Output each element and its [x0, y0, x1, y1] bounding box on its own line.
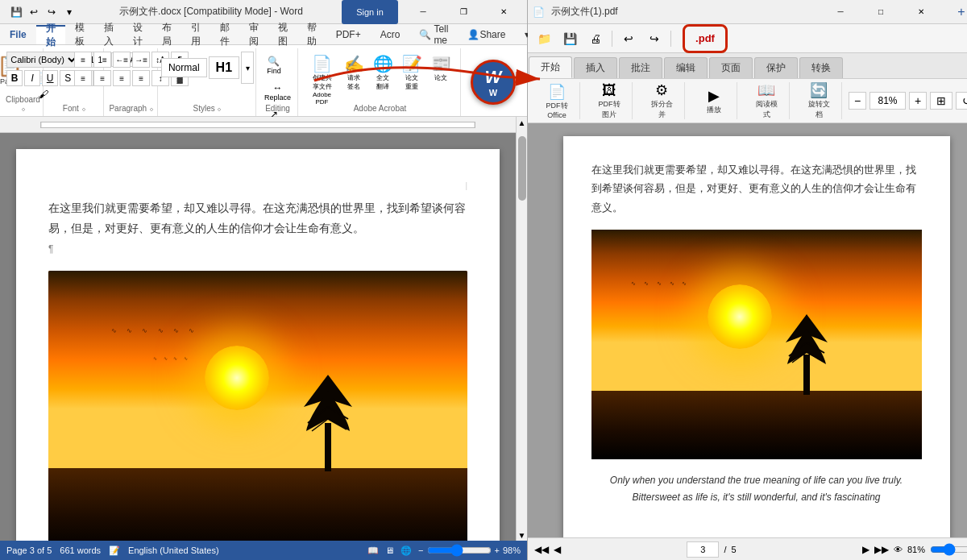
- pdf-read-mode-button[interactable]: 📖 阅读模式: [750, 79, 782, 122]
- underline-button[interactable]: U: [42, 70, 58, 86]
- tab-file[interactable]: File: [0, 24, 36, 44]
- view-mode-read[interactable]: 📖: [367, 545, 379, 556]
- pdf-close-button[interactable]: ✕: [903, 0, 940, 24]
- pdf-minimize-button[interactable]: ─: [822, 0, 859, 24]
- scroll-up-button[interactable]: ▲: [517, 117, 528, 128]
- replace-button[interactable]: ↔ Replace: [261, 80, 294, 104]
- numbering-button[interactable]: 1≡: [93, 52, 111, 68]
- word-minimize-button[interactable]: ─: [405, 0, 442, 24]
- tab-acrobat[interactable]: Acro: [371, 24, 410, 44]
- word-close-button[interactable]: ✕: [485, 0, 522, 24]
- pdf-zoom-fit-button[interactable]: ⊞: [930, 92, 952, 110]
- word-restore-button[interactable]: ❐: [445, 0, 482, 24]
- pdf-to-office-button[interactable]: 📄 PDF转Office: [541, 81, 573, 122]
- tab-help[interactable]: 帮助: [297, 24, 326, 44]
- word-sign-in-button[interactable]: Sign in: [342, 0, 398, 24]
- bold-button[interactable]: B: [6, 70, 23, 86]
- zoom-range-input[interactable]: [427, 544, 492, 557]
- word-circle-button[interactable]: W W: [471, 60, 516, 105]
- tab-layout[interactable]: 布局: [152, 24, 181, 44]
- quick-access-toolbar[interactable]: 💾 ↩ ↪ ▾: [5, 4, 81, 20]
- pdf-page-number-input[interactable]: [687, 541, 719, 558]
- pdf-redo-button[interactable]: ↪: [643, 27, 666, 50]
- zoom-in-icon[interactable]: +: [495, 545, 500, 555]
- pdf-search-button[interactable]: 🔍: [962, 56, 967, 78]
- tab-home[interactable]: 开始: [36, 25, 65, 44]
- scrollbar-track[interactable]: [517, 128, 527, 529]
- tab-references[interactable]: 引用: [181, 24, 210, 44]
- pdf-new-tab-button[interactable]: +: [943, 0, 967, 24]
- align-right-button[interactable]: ≡: [113, 70, 131, 86]
- pdf-tab-edit[interactable]: 编辑: [664, 57, 708, 78]
- indent-decrease-button[interactable]: ←≡: [113, 52, 131, 68]
- word-scroll-area[interactable]: | 在这里我们就更需要希望，却又难以寻得。在这充满恐惧的世界里，找到希望谈何容易…: [0, 133, 516, 541]
- pdf-zoom-slider[interactable]: [930, 543, 967, 556]
- indent-increase-button[interactable]: →≡: [132, 52, 150, 68]
- svg-rect-5: [803, 355, 810, 395]
- request-sign-button[interactable]: ✍ 请求签名: [341, 52, 367, 93]
- pdf-rotate-button[interactable]: 🔄 旋转文档: [803, 79, 835, 122]
- view-mode-web[interactable]: 🌐: [400, 545, 412, 556]
- styles-gallery[interactable]: Normal H1 ▾: [161, 52, 254, 84]
- pdf-prev-page-button[interactable]: ◀: [554, 544, 561, 555]
- tab-design[interactable]: 设计: [123, 24, 152, 44]
- pdf-open-button[interactable]: 📁: [533, 27, 555, 50]
- font-family-select[interactable]: Calibri (Body): [6, 52, 79, 68]
- pdf-next-page-button[interactable]: ▶: [862, 544, 869, 555]
- pdf-tab-convert[interactable]: 转换: [799, 57, 843, 78]
- tab-review[interactable]: 审阅: [239, 24, 268, 44]
- pdf-tab-comment[interactable]: 批注: [619, 57, 662, 78]
- tab-tell-me[interactable]: 🔍 Tell me: [409, 24, 458, 44]
- tab-view[interactable]: 视图: [268, 24, 297, 44]
- pdf-tab-insert[interactable]: 插入: [574, 57, 617, 78]
- tab-mailings[interactable]: 邮件: [210, 24, 239, 44]
- pdf-maximize-button[interactable]: □: [862, 0, 899, 24]
- pdf-print-button[interactable]: 🖨: [584, 27, 607, 50]
- styles-more-button[interactable]: ▾: [241, 52, 254, 84]
- align-center-button[interactable]: ≡: [93, 70, 111, 86]
- pdf-dot-pdf-button[interactable]: .pdf: [683, 24, 728, 53]
- paper-button[interactable]: 📰 论文: [428, 52, 454, 85]
- tab-template[interactable]: 模板: [65, 24, 94, 44]
- pdf-tab-page[interactable]: 页面: [709, 57, 753, 78]
- view-mode-print[interactable]: 🖥: [385, 545, 394, 555]
- pdf-last-page-button[interactable]: ▶▶: [874, 544, 889, 555]
- pdf-first-page-button[interactable]: ◀◀: [534, 544, 549, 555]
- scrollbar-thumb[interactable]: [518, 136, 526, 201]
- pdf-zoom-out-button[interactable]: −: [849, 92, 866, 110]
- customize-button[interactable]: ▾: [61, 4, 77, 20]
- language-indicator: English (United States): [128, 545, 219, 555]
- birds-silhouette-2: ∿ ∿ ∿ ∿: [153, 355, 190, 361]
- pdf-to-image-button[interactable]: 🖼 PDF转图片: [593, 80, 625, 122]
- bullets-button[interactable]: ≡: [74, 52, 92, 68]
- pdf-zoom-in-button[interactable]: +: [909, 92, 927, 110]
- vertical-scrollbar[interactable]: ▲ ▼: [516, 117, 527, 541]
- pdf-rotate-view-button[interactable]: ↺: [956, 92, 967, 110]
- justify-button[interactable]: ≡: [132, 70, 150, 86]
- tab-pdf[interactable]: PDF+: [326, 24, 371, 44]
- pdf-split-merge-button[interactable]: ⚙ 拆分合并: [645, 79, 678, 122]
- pdf-save-button[interactable]: 💾: [558, 27, 581, 50]
- pdf-tab-home[interactable]: 开始: [529, 56, 572, 78]
- pdf-play-button[interactable]: ▶ 播放: [698, 85, 730, 118]
- create-adobe-pdf-button[interactable]: 📄 创建共享文件Adobe PDF: [306, 52, 338, 108]
- redo-button[interactable]: ↪: [44, 4, 60, 20]
- tab-insert[interactable]: 插入: [94, 24, 123, 44]
- pdf-tab-protect[interactable]: 保护: [754, 57, 798, 78]
- save-button[interactable]: 💾: [8, 4, 24, 20]
- paper-rewrite-button[interactable]: 📝 论文重重: [399, 52, 425, 93]
- italic-button[interactable]: I: [24, 70, 40, 86]
- translate-button[interactable]: 🌐 全文翻译: [370, 52, 396, 93]
- zoom-out-icon[interactable]: −: [418, 545, 423, 555]
- align-left-button[interactable]: ≡: [74, 70, 92, 86]
- pdf-zoom-input[interactable]: [869, 92, 906, 110]
- zoom-slider[interactable]: − + 98%: [418, 544, 521, 557]
- tab-share[interactable]: 👤 Share: [458, 24, 515, 44]
- undo-button[interactable]: ↩: [26, 4, 42, 20]
- scroll-down-button[interactable]: ▼: [517, 529, 528, 541]
- find-button[interactable]: 🔍 Find: [261, 53, 287, 77]
- pdf-undo-button[interactable]: ↩: [617, 27, 640, 50]
- strikethrough-button[interactable]: S: [60, 70, 76, 86]
- pdf-content-area[interactable]: 在这里我们就更需要希望，却又难以寻得。在这充满恐惧的世界里，找到希望谈何容易，但…: [528, 123, 967, 537]
- pdf-page-separator: /: [724, 545, 726, 554]
